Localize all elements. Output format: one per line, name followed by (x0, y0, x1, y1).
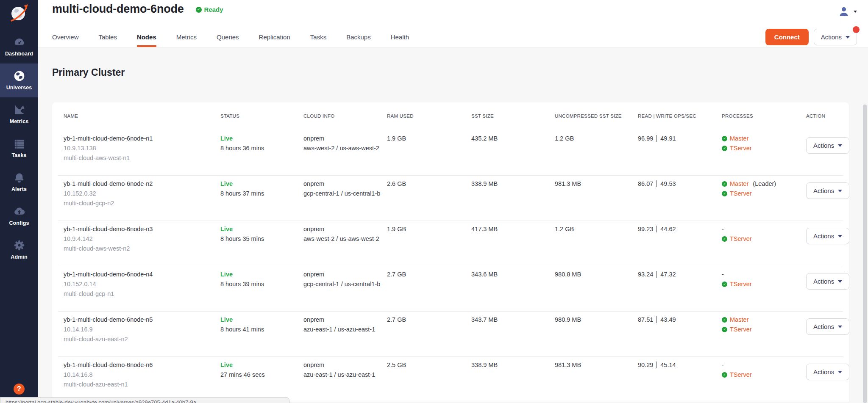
read-ops-value: 96.99 (638, 135, 653, 142)
node-instance-name: multi-cloud-gcp-n1 (64, 289, 220, 299)
check-circle-icon: ✓ (722, 191, 727, 196)
node-status-cell: Live27 mins 46 secs (220, 360, 303, 402)
node-instance-name: multi-cloud-aws-west-n1 (64, 153, 220, 163)
node-uncompressed-sst-size: 1.2 GB (555, 134, 638, 175)
sidebar-item-tasks[interactable]: Tasks (0, 131, 38, 165)
node-read-write-ops: 96.9949.91 (638, 134, 722, 175)
tab-replication[interactable]: Replication (259, 33, 290, 47)
check-circle-icon: ✓ (722, 282, 727, 287)
user-menu[interactable] (838, 6, 857, 17)
sidebar-item-label: Alerts (11, 186, 27, 192)
tab-health[interactable]: Health (391, 33, 409, 47)
node-status: Live (220, 270, 303, 279)
write-ops-value: 47.32 (660, 271, 676, 278)
user-icon (838, 6, 849, 17)
node-cloud-info-cell: onpremgcp-central-1 / us-central1-b (303, 270, 387, 311)
node-status: Live (220, 315, 303, 325)
write-ops-value: 49.53 (660, 180, 676, 187)
row-actions-button[interactable]: Actions (806, 364, 849, 380)
process-link[interactable]: Master (730, 179, 748, 189)
tab-metrics[interactable]: Metrics (176, 33, 197, 47)
list-icon (14, 138, 25, 149)
help-button[interactable]: ? (14, 384, 25, 395)
process-link[interactable]: TServer (730, 144, 752, 153)
write-ops-value: 45.14 (660, 362, 676, 368)
node-provider: onprem (303, 315, 382, 325)
row-actions-button[interactable]: Actions (806, 273, 849, 290)
node-name-link[interactable]: yb-1-multi-cloud-demo-6node-n4 (64, 270, 220, 279)
node-name-link[interactable]: yb-1-multi-cloud-demo-6node-n2 (64, 179, 220, 189)
node-action-cell: Actions (806, 360, 849, 402)
node-name-link[interactable]: yb-1-multi-cloud-demo-6node-n3 (64, 224, 220, 234)
node-instance-name: multi-cloud-gcp-n2 (64, 199, 220, 208)
sidebar-item-alerts[interactable]: Alerts (0, 165, 38, 199)
yugabyte-logo[interactable] (0, 0, 38, 26)
page-scrollbar[interactable] (863, 105, 867, 403)
node-name-link[interactable]: yb-1-multi-cloud-demo-6node-n6 (64, 360, 220, 370)
process-link[interactable]: Master (730, 134, 748, 144)
node-zone: aws-west-2 / us-aws-west-2 (303, 144, 382, 153)
check-circle-icon: ✓ (722, 146, 727, 151)
node-zone: gcp-central-1 / us-central1-b (303, 189, 382, 199)
node-processes-cell: -✓TServer (722, 360, 806, 402)
sidebar-item-configs[interactable]: Configs (0, 199, 38, 233)
process-line: ✓TServer (722, 370, 806, 380)
sidebar-item-admin[interactable]: Admin (0, 233, 38, 267)
sidebar-item-label: Dashboard (5, 51, 33, 57)
tab-nodes[interactable]: Nodes (137, 33, 156, 47)
node-provider: onprem (303, 179, 382, 189)
node-processes-cell: -✓TServer (722, 270, 806, 311)
node-uncompressed-sst-size: 1.2 GB (555, 224, 638, 266)
universe-actions-button[interactable]: Actions (814, 29, 857, 45)
node-sst-size: 417.3 MB (471, 224, 555, 266)
node-read-write-ops: 90.2945.14 (638, 360, 722, 402)
tab-queries[interactable]: Queries (217, 33, 239, 47)
page-title: multi-cloud-demo-6node (52, 3, 184, 16)
column-header-status: STATUS (220, 113, 303, 130)
check-circle-icon: ✓ (196, 7, 202, 13)
row-actions-button[interactable]: Actions (806, 228, 849, 244)
sidebar-item-label: Tasks (11, 152, 26, 158)
node-name-cell: yb-1-multi-cloud-demo-6node-n610.14.16.8… (64, 360, 220, 402)
content-area: Primary Cluster NAME STATUS CLOUD INFO R… (38, 47, 868, 402)
node-cloud-info-cell: onpremazu-east-1 / us-azu-east-1 (303, 360, 387, 402)
node-ram-used: 1.9 GB (387, 224, 471, 266)
node-cloud-info-cell: onpremaws-west-2 / us-aws-west-2 (303, 224, 387, 266)
row-actions-label: Actions (813, 187, 834, 194)
node-zone: azu-east-1 / us-azu-east-1 (303, 370, 382, 380)
chevron-down-icon (838, 326, 842, 328)
process-link[interactable]: TServer (730, 370, 752, 380)
node-ram-used: 2.5 GB (387, 360, 471, 402)
sidebar-item-metrics[interactable]: Metrics (0, 97, 38, 131)
process-link[interactable]: TServer (730, 189, 752, 199)
process-link[interactable]: Master (730, 315, 748, 325)
node-ip: 10.9.4.142 (64, 234, 220, 244)
sidebar-item-dashboard[interactable]: Dashboard (0, 30, 38, 63)
tab-overview[interactable]: Overview (52, 33, 79, 47)
row-actions-button[interactable]: Actions (806, 318, 849, 335)
node-action-cell: Actions (806, 270, 849, 311)
node-processes-cell: ✓Master✓TServer (722, 315, 806, 356)
row-actions-label: Actions (813, 142, 834, 149)
node-provider: onprem (303, 134, 382, 144)
process-link[interactable]: TServer (730, 279, 752, 289)
tab-tables[interactable]: Tables (99, 33, 117, 47)
node-uptime: 27 mins 46 secs (220, 370, 303, 380)
node-zone: gcp-central-1 / us-central1-b (303, 279, 382, 289)
node-name-link[interactable]: yb-1-multi-cloud-demo-6node-n5 (64, 315, 220, 325)
tab-tasks[interactable]: Tasks (310, 33, 326, 47)
process-line: ✓Master (722, 315, 806, 325)
tab-backups[interactable]: Backups (346, 33, 371, 47)
sidebar-item-universes[interactable]: Universes (0, 63, 38, 97)
node-sst-size: 343.6 MB (471, 270, 555, 311)
process-link[interactable]: TServer (730, 325, 752, 334)
node-name-link[interactable]: yb-1-multi-cloud-demo-6node-n1 (64, 134, 220, 144)
node-status-cell: Live8 hours 39 mins (220, 270, 303, 311)
node-processes-cell: ✓Master (Leader)✓TServer (722, 179, 806, 221)
connect-button[interactable]: Connect (765, 29, 809, 45)
row-actions-button[interactable]: Actions (806, 182, 849, 199)
row-actions-button[interactable]: Actions (806, 137, 849, 154)
process-none: - (722, 224, 724, 234)
process-link[interactable]: TServer (730, 234, 752, 244)
write-ops-value: 43.49 (660, 316, 676, 323)
